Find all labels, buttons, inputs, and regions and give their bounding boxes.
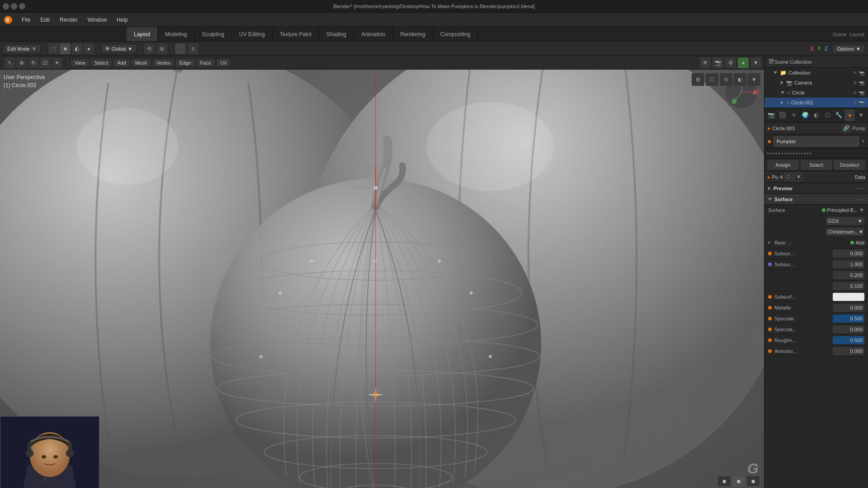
tab-rendering[interactable]: Rendering (393, 27, 433, 41)
deselect-button[interactable]: Deselect (834, 160, 865, 170)
prop-val-1[interactable]: 1.000 (833, 260, 864, 268)
proportional-edit-btn[interactable]: ⊜ (156, 43, 167, 54)
outliner-item-circle[interactable]: ○ Circle 👁 📷 (764, 88, 868, 98)
surface-type-value[interactable]: Principled B... ▼ (822, 207, 864, 213)
modifier-prop-icon[interactable]: 🔧 (834, 109, 844, 121)
outliner-item-circle001[interactable]: ○ Circle.001 👁 📷 (764, 98, 868, 108)
scene-prop-icon[interactable]: 🌍 (800, 109, 810, 121)
options-btn[interactable]: Options ▼ (833, 45, 864, 52)
scale-tool[interactable]: ⊡ (40, 57, 51, 68)
snap-btn[interactable]: ⟲ (144, 43, 155, 54)
world-prop-icon[interactable]: ◐ (811, 109, 821, 121)
svg-point-5 (76, 108, 178, 185)
viewport-persp-btn[interactable]: ⬡ (706, 73, 718, 86)
solid-btn[interactable]: ■ (60, 43, 71, 54)
move-tool[interactable]: ⊕ (16, 57, 27, 68)
face-button[interactable]: Face (197, 59, 215, 66)
menu-help[interactable]: Help (112, 15, 132, 24)
transform-global-label: Global (111, 46, 126, 52)
ggx-select[interactable]: GGX ▼ (826, 217, 864, 225)
select-button[interactable]: Select (91, 59, 112, 66)
add-button[interactable]: Add (113, 59, 130, 66)
view-button[interactable]: View (71, 59, 89, 66)
transform-global-selector[interactable]: ⊕ Global ▼ (102, 45, 136, 52)
wireframe-btn[interactable]: ⬚ (48, 43, 59, 54)
assign-button[interactable]: Assign (767, 160, 799, 170)
preview-section[interactable]: Preview • • • (764, 183, 868, 194)
pu-copy-btn[interactable]: ⬡ (784, 173, 793, 181)
mesh-button[interactable]: Mesh (132, 59, 151, 66)
material-prop-icon[interactable]: ● (844, 109, 855, 121)
viewport-ortho-btn[interactable]: ⊞ (692, 73, 704, 86)
viewport-render-btn[interactable]: ◐ (734, 73, 746, 86)
overlay-btn[interactable]: ≡ (188, 43, 198, 54)
rotate-tool[interactable]: ↻ (28, 57, 39, 68)
viewport-toggle[interactable]: ▼ (750, 57, 761, 68)
prop-val-0[interactable]: 0.000 (833, 249, 864, 258)
tab-modeling[interactable]: Modeling (158, 27, 195, 41)
tab-shading[interactable]: Shading (319, 27, 354, 41)
prop-val-2[interactable]: 0.200 (833, 271, 864, 279)
base-color-value[interactable]: Add (850, 240, 864, 245)
svg-text:X: X (753, 91, 755, 94)
prop-val-6[interactable]: 0.500 (833, 314, 864, 323)
prop-val-4[interactable] (833, 293, 864, 301)
menu-window[interactable]: Window (83, 15, 111, 24)
prop-val-3[interactable]: 0.100 (833, 282, 864, 290)
view-icon-3[interactable]: ■ (747, 476, 760, 486)
tab-sculpting[interactable]: Sculpting (195, 27, 232, 41)
prop-val-5[interactable]: 0.000 (833, 304, 864, 312)
maximize-button[interactable] (19, 3, 25, 9)
object-prop-icon[interactable]: ⬡ (822, 109, 833, 121)
tab-layout[interactable]: Layout (127, 27, 158, 41)
xray-toggle[interactable]: ⬛ (175, 43, 186, 54)
surface-section-header[interactable]: Surface • • • (764, 194, 868, 205)
viewport-shade-dot[interactable]: 👁 (700, 57, 711, 68)
view-layer-prop-icon[interactable]: ≡ (789, 109, 799, 121)
g-letter-overlay: G (747, 460, 759, 477)
edge-button[interactable]: Edge (176, 59, 195, 66)
pu-x-btn[interactable]: ✕ (794, 173, 802, 181)
view-icon-2[interactable]: ■ (732, 476, 745, 486)
vertex-button[interactable]: Vertex (153, 59, 174, 66)
material-preview-btn[interactable]: ◐ (71, 43, 82, 54)
outliner-item-collection[interactable]: 📁 Collection 👁 📷 (764, 68, 868, 78)
viewport-settings[interactable]: ⚙ (725, 57, 736, 68)
uv-button[interactable]: UV (217, 59, 231, 66)
menu-edit[interactable]: Edit (36, 15, 54, 24)
select-tool[interactable]: ↖ (5, 57, 15, 68)
mode-label: Edit Mode (7, 46, 30, 52)
prop-val-8[interactable]: 0.500 (833, 336, 864, 344)
obj-link-btn[interactable]: 🔗 (842, 124, 850, 132)
camera-view[interactable]: 📷 (712, 57, 723, 68)
material-extra-row: • • • • • • • • • • • • • • • • (764, 149, 868, 159)
menu-file[interactable]: File (17, 15, 35, 24)
viewport-overlay-toggle[interactable]: ▼ (748, 73, 760, 86)
camera-label: Camera (794, 80, 812, 85)
outliner-item-camera[interactable]: 📷 Camera 👁 📷 (764, 78, 868, 88)
viewport-right-icons: 👁 📷 ⚙ ● ▼ (700, 57, 761, 68)
prop-val-9[interactable]: 0.000 (833, 347, 864, 355)
prop-label-8: Roughn... (774, 338, 830, 343)
close-button[interactable] (3, 3, 9, 9)
data-prop-icon[interactable]: ▼ (856, 109, 866, 121)
select-button-mat[interactable]: Select (801, 160, 832, 170)
prop-val-7[interactable]: 0.000 (833, 325, 864, 333)
tab-compositing[interactable]: Compositing (433, 27, 478, 41)
render-preview-btn[interactable]: ● (83, 43, 94, 54)
tab-animation[interactable]: Animation (354, 27, 393, 41)
view-icon-1[interactable]: ■ (718, 476, 731, 486)
christensen-select[interactable]: Christensen... ▼ (826, 228, 864, 236)
material-name-input[interactable] (774, 136, 859, 146)
menu-render[interactable]: Render (55, 15, 82, 24)
viewport-solid[interactable]: ● (738, 57, 749, 68)
mode-selector[interactable]: Edit Mode ▼ (4, 45, 40, 53)
output-prop-icon[interactable]: ⬛ (778, 109, 788, 121)
minimize-button[interactable] (11, 3, 17, 9)
transform-tool[interactable]: ✦ (52, 57, 62, 68)
tab-uv-editing[interactable]: UV Editing (232, 27, 273, 41)
viewport-local-btn[interactable]: ⊙ (720, 73, 732, 86)
viewport-canvas[interactable]: User Perspective (1) Circle.003 X Y Z (0, 70, 764, 488)
tab-texture-paint[interactable]: Texture Paint (273, 27, 319, 41)
render-prop-icon[interactable]: 📷 (766, 109, 777, 121)
